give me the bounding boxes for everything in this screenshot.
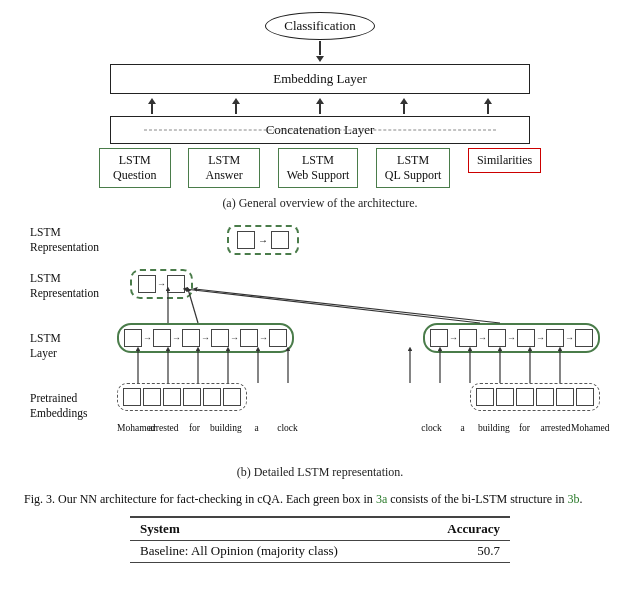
- bottom-boxes-row: LSTM Question LSTM Answer LSTM Web Suppo…: [90, 148, 550, 188]
- layer-right-solid: → → → → →: [423, 323, 600, 353]
- architecture-diagram: Classification Embedding Layer: [20, 12, 620, 221]
- lstm-qlsupport-group: LSTM QL Support: [376, 148, 451, 188]
- arrow-up-3: [316, 98, 324, 114]
- repr-left: →: [227, 225, 299, 255]
- arrow-up-1: [148, 98, 156, 114]
- arrow-head-1: [316, 56, 324, 62]
- repr-row: LSTMRepresentation →: [20, 225, 620, 255]
- table-row: Baseline: All Opinion (majority class) 5…: [130, 541, 510, 563]
- accuracy-cell: 50.7: [415, 541, 510, 563]
- lstm-qlsupport-box: LSTM QL Support: [376, 148, 451, 188]
- repr-left-box: →: [227, 225, 299, 255]
- lstm-websupport-box: LSTM Web Support: [278, 148, 359, 188]
- words-right: clock a building for arrested Mohamed: [416, 423, 602, 433]
- embed-right-dashed: [470, 383, 600, 411]
- classification-oval: Classification: [265, 12, 375, 40]
- repr-cell-1: [237, 231, 255, 249]
- caption-a: (a) General overview of the architecture…: [222, 196, 417, 211]
- words-left: Mohamed arrested for building a clock: [117, 423, 303, 433]
- repr-content: →: [120, 225, 620, 255]
- accuracy-table: System Accuracy Baseline: All Opinion (m…: [130, 516, 510, 563]
- svg-line-14: [185, 289, 480, 323]
- similarities-box: Similarities: [468, 148, 541, 173]
- lstm-question-box: LSTM Question: [99, 148, 171, 188]
- accuracy-header: Accuracy: [415, 517, 510, 541]
- label-layer: LSTMLayer: [30, 331, 61, 361]
- lstm-question-group: LSTM Question: [99, 148, 171, 188]
- system-header: System: [130, 517, 415, 541]
- arrow-up-4: [400, 98, 408, 114]
- caption-b: (b) Detailed LSTM representation.: [20, 465, 620, 480]
- embed-left-dashed: [117, 383, 247, 411]
- arrow-up-2: [232, 98, 240, 114]
- repr-label: LSTMRepresentation: [30, 225, 120, 255]
- fig-caption: Fig. 3. Our NN architecture for fact-che…: [20, 490, 620, 508]
- layer-left-solid: → → → → →: [117, 323, 294, 353]
- lstm-answer-box: LSTM Answer: [188, 148, 260, 188]
- svg-line-15: [195, 289, 500, 323]
- system-cell: Baseline: All Opinion (majority class): [130, 541, 415, 563]
- arrow-shaft-1: [319, 41, 321, 55]
- embedding-box: Embedding Layer: [110, 64, 530, 94]
- up-arrows-embed: [110, 96, 530, 114]
- main-content: Classification Embedding Layer: [20, 12, 620, 563]
- repr-left-dashed: →: [130, 269, 193, 299]
- repr-cell-2: [271, 231, 289, 249]
- label-embeddings: PretrainedEmbeddings: [30, 391, 88, 421]
- detail-area: LSTMRepresentation LSTMLayer PretrainedE…: [20, 261, 620, 461]
- repr-arrow-1: →: [258, 235, 268, 246]
- lstm-answer-group: LSTM Answer: [188, 148, 260, 188]
- label-repr: LSTMRepresentation: [30, 271, 99, 301]
- arrow-up-5: [484, 98, 492, 114]
- lstm-websupport-group: LSTM Web Support: [278, 148, 359, 188]
- lstm-detail-diagram: LSTMRepresentation → LSTMRepres: [20, 225, 620, 461]
- similarities-group: Similarities: [468, 148, 541, 173]
- concat-box: Concatenation Layer: [110, 116, 530, 144]
